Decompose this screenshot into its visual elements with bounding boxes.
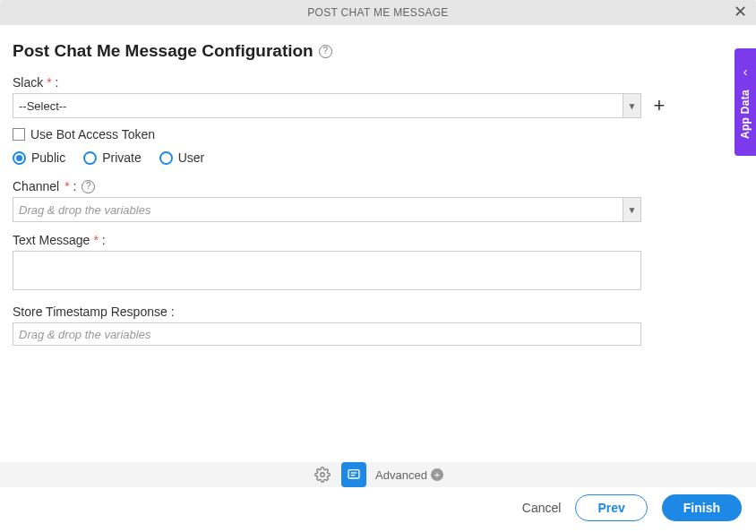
radio-user[interactable]: User — [159, 150, 205, 165]
add-slack-button[interactable]: + — [650, 97, 668, 115]
text-message-input[interactable] — [13, 251, 641, 290]
close-icon[interactable]: ✕ — [734, 4, 747, 20]
help-icon[interactable]: ? — [82, 180, 95, 193]
radio-icon — [83, 151, 97, 165]
dialog-title: POST CHAT ME MESSAGE — [307, 6, 448, 19]
visibility-radio-group: Public Private User — [13, 150, 743, 165]
page-title: Post Chat Me Message Configuration — [13, 41, 314, 61]
advanced-label: Advanced — [375, 468, 427, 482]
radio-private-label: Private — [102, 150, 142, 165]
radio-private[interactable]: Private — [83, 150, 142, 165]
channel-label-text: Channel — [13, 179, 59, 193]
slack-select-row: --Select-- ▼ + — [13, 93, 743, 118]
help-icon[interactable]: ? — [319, 45, 332, 58]
channel-label-suffix: * : — [64, 179, 76, 193]
radio-public-label: Public — [31, 150, 65, 165]
content-area: Post Chat Me Message Configuration ? Sla… — [0, 25, 756, 346]
slack-label-suffix: * : — [47, 75, 58, 90]
app-data-side-tab[interactable]: ‹ App Data — [735, 48, 756, 156]
radio-icon — [159, 151, 173, 165]
dialog-header: POST CHAT ME MESSAGE ✕ — [0, 0, 756, 25]
slack-label-text: Slack — [13, 75, 43, 90]
chevron-down-icon: ▼ — [623, 94, 640, 117]
text-message-label-row: Text Message * : — [13, 233, 743, 247]
text-message-label-suffix: * : — [93, 233, 105, 247]
page-title-row: Post Chat Me Message Configuration ? — [13, 41, 743, 61]
radio-icon — [13, 151, 26, 165]
radio-public[interactable]: Public — [13, 150, 65, 165]
plus-circle-icon: + — [431, 468, 443, 481]
timestamp-input[interactable] — [13, 322, 641, 346]
text-message-group: Text Message * : — [13, 233, 743, 290]
chevron-down-icon[interactable]: ▼ — [623, 197, 641, 222]
use-bot-label: Use Bot Access Token — [30, 127, 155, 142]
slack-field-group: Slack * : --Select-- ▼ + — [13, 75, 743, 118]
use-bot-checkbox-row[interactable]: Use Bot Access Token — [13, 127, 743, 142]
gear-icon[interactable] — [313, 465, 332, 485]
channel-input-row: ▼ — [13, 197, 641, 222]
text-message-label: Text Message — [13, 233, 90, 247]
slack-label: Slack * : — [13, 75, 743, 90]
radio-user-label: User — [178, 150, 205, 165]
finish-button[interactable]: Finish — [662, 494, 742, 521]
bottom-toolbar: Advanced + — [0, 462, 756, 487]
footer-actions: Cancel Prev Finish — [522, 494, 742, 521]
advanced-toggle[interactable]: Advanced + — [375, 468, 443, 482]
svg-rect-1 — [348, 470, 359, 478]
slack-select-value: --Select-- — [13, 99, 623, 113]
prev-button[interactable]: Prev — [575, 494, 647, 521]
svg-point-0 — [321, 473, 325, 477]
chevron-left-icon: ‹ — [743, 64, 748, 79]
side-tab-label: App Data — [739, 90, 752, 139]
message-icon[interactable] — [341, 462, 366, 487]
channel-field-group: Channel * : ? ▼ — [13, 179, 743, 222]
cancel-button[interactable]: Cancel — [522, 501, 562, 515]
channel-input[interactable] — [13, 197, 623, 222]
slack-select[interactable]: --Select-- ▼ — [13, 93, 641, 118]
channel-label-row: Channel * : ? — [13, 179, 743, 193]
timestamp-label: Store Timestamp Response : — [13, 305, 743, 319]
checkbox-icon[interactable] — [13, 128, 25, 141]
timestamp-group: Store Timestamp Response : — [13, 305, 743, 346]
